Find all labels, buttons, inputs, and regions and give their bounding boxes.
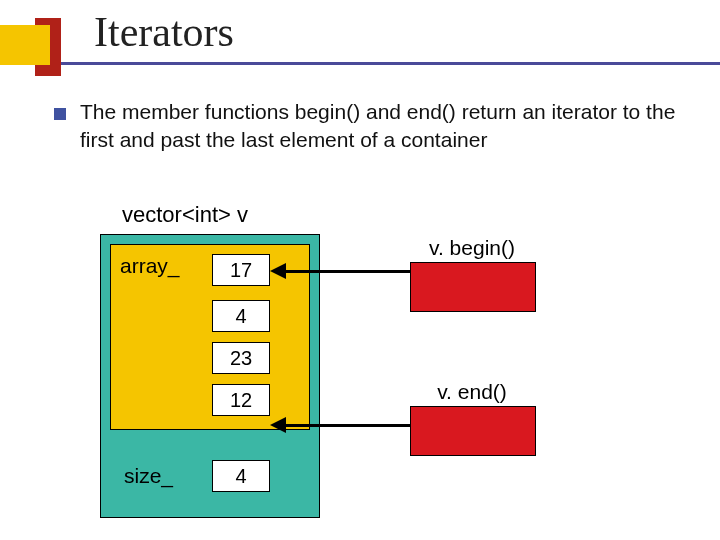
end-arrow-shaft bbox=[285, 424, 410, 427]
size-member-label: size_ bbox=[124, 464, 173, 488]
diagram: vector<int> v array_ 17 4 23 12 size_ 4 … bbox=[100, 202, 620, 522]
end-pointer-box bbox=[410, 406, 536, 456]
begin-arrow-head-icon bbox=[270, 263, 286, 279]
slide-title: Iterators bbox=[94, 8, 234, 56]
begin-arrow-shaft bbox=[285, 270, 410, 273]
title-underline bbox=[0, 62, 720, 65]
title-bar: Iterators bbox=[0, 0, 720, 82]
begin-label: v. begin() bbox=[410, 236, 534, 260]
array-cell-0: 17 bbox=[212, 254, 270, 286]
begin-pointer-box bbox=[410, 262, 536, 312]
array-member-label: array_ bbox=[120, 254, 180, 278]
vector-label: vector<int> v bbox=[122, 202, 248, 228]
end-label: v. end() bbox=[410, 380, 534, 404]
array-cell-1: 4 bbox=[212, 300, 270, 332]
bullet-icon bbox=[54, 108, 66, 120]
array-cell-3: 12 bbox=[212, 384, 270, 416]
size-cell: 4 bbox=[212, 460, 270, 492]
body-paragraph: The member functions begin() and end() r… bbox=[80, 98, 680, 155]
end-arrow-head-icon bbox=[270, 417, 286, 433]
deco-yellow-block bbox=[0, 25, 50, 65]
array-cell-2: 23 bbox=[212, 342, 270, 374]
